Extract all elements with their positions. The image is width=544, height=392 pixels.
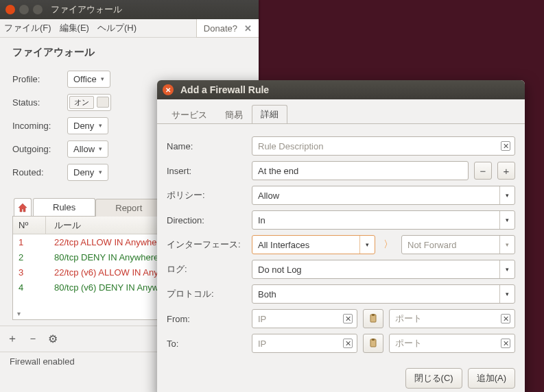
clear-icon[interactable]: ✕ (501, 339, 510, 348)
interface-label: インターフェース: (167, 238, 246, 251)
protocol-label: プロトコル: (167, 288, 246, 300)
window-minimize-icon[interactable] (19, 5, 29, 14)
from-port-input[interactable]: ポート✕ (389, 309, 515, 328)
settings-icon[interactable]: ⚙ (48, 332, 58, 345)
add-rule-button[interactable]: ＋ (7, 332, 18, 346)
svg-rect-3 (372, 339, 375, 341)
insert-label: Insert: (167, 166, 246, 176)
policy-label: ポリシー: (167, 189, 246, 201)
insert-input[interactable]: At the end (252, 161, 469, 180)
main-titlebar: ファイアウォール (0, 0, 259, 19)
tab-advanced[interactable]: 詳細 (252, 105, 287, 123)
routed-select[interactable]: Deny (67, 164, 108, 181)
tab-report[interactable]: Report (95, 199, 162, 217)
dialog-titlebar: ✕ Add a Firewall Rule (157, 80, 525, 99)
home-icon[interactable] (14, 198, 32, 216)
profile-select[interactable]: Office (67, 71, 110, 88)
dialog-tabs: サービス 簡易 詳細 (157, 99, 525, 124)
donate-tab[interactable]: Donate? ✕ (196, 19, 259, 38)
close-button[interactable]: 閉じる(C) (405, 368, 462, 389)
paste-to-icon[interactable] (363, 334, 383, 353)
from-ip-input[interactable]: IP✕ (252, 309, 357, 328)
direction-select[interactable]: In (252, 210, 515, 230)
forward-select[interactable]: Not Forward (401, 235, 515, 254)
add-rule-dialog: ✕ Add a Firewall Rule サービス 簡易 詳細 Name: R… (157, 80, 525, 392)
insert-plus-button[interactable]: + (497, 162, 515, 180)
dialog-close-icon[interactable]: ✕ (163, 84, 174, 95)
routed-label: Routed: (12, 167, 67, 177)
incoming-label: Incoming: (12, 121, 67, 131)
direction-label: Direction: (167, 215, 246, 225)
window-maximize-icon[interactable] (33, 5, 43, 14)
to-port-input[interactable]: ポート✕ (389, 334, 515, 353)
tab-simple[interactable]: 簡易 (216, 106, 252, 124)
menu-edit[interactable]: 編集(E) (60, 22, 89, 34)
menu-help[interactable]: ヘルプ(H) (97, 22, 137, 34)
insert-minus-button[interactable]: − (474, 162, 492, 180)
scroll-down-icon[interactable]: ▾ (13, 308, 24, 319)
arrow-right-icon: 〉 (381, 238, 396, 251)
section-title: ファイアウォール (12, 46, 246, 59)
interface-select[interactable]: All Interfaces (252, 235, 375, 254)
name-input[interactable]: Rule Description✕ (252, 136, 515, 156)
clear-icon[interactable]: ✕ (343, 339, 353, 348)
from-label: From: (167, 314, 246, 324)
donate-close-icon[interactable]: ✕ (244, 23, 252, 34)
profile-label: Profile: (12, 74, 67, 84)
clear-icon[interactable]: ✕ (501, 141, 510, 151)
remove-rule-button[interactable]: － (27, 332, 38, 346)
protocol-select[interactable]: Both (252, 284, 515, 304)
add-button[interactable]: 追加(A) (468, 368, 515, 389)
dialog-body: Name: Rule Description✕ Insert: At the e… (157, 124, 525, 363)
to-label: To: (167, 339, 246, 349)
switch-handle-icon (97, 97, 109, 108)
log-label: ログ: (167, 263, 246, 275)
status-label: Status: (12, 97, 67, 108)
log-select[interactable]: Do not Log (252, 260, 515, 279)
paste-from-icon[interactable] (363, 309, 383, 328)
donate-label: Donate? (204, 23, 237, 34)
policy-select[interactable]: Allow (252, 186, 515, 205)
clear-icon[interactable]: ✕ (501, 314, 510, 323)
main-title: ファイアウォール (51, 3, 122, 16)
window-close-icon[interactable] (5, 5, 15, 14)
clear-icon[interactable]: ✕ (343, 314, 353, 323)
dialog-title: Add a Firewall Rule (180, 84, 269, 95)
svg-rect-1 (372, 314, 375, 316)
menu-file[interactable]: ファイル(F) (4, 22, 51, 34)
outgoing-label: Outgoing: (12, 144, 67, 154)
dialog-footer: 閉じる(C) 追加(A) (157, 363, 525, 392)
incoming-select[interactable]: Deny (67, 117, 108, 134)
tab-service[interactable]: サービス (163, 106, 216, 124)
to-ip-input[interactable]: IP✕ (252, 334, 357, 353)
status-switch[interactable]: オン (67, 94, 111, 111)
tab-rules[interactable]: Rules (33, 198, 95, 216)
col-number[interactable]: Nº (13, 217, 46, 234)
outgoing-select[interactable]: Allow (67, 140, 108, 158)
name-label: Name: (167, 141, 246, 151)
